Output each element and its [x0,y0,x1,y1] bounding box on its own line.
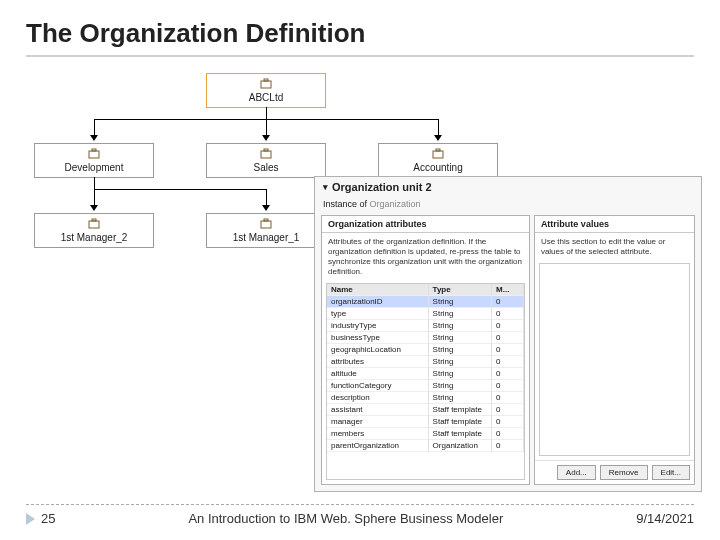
table-cell: assistant [327,404,429,416]
table-cell: 0 [492,320,524,332]
page-number: 25 [41,511,55,526]
org-node-mgr2: 1st Manager_2 [34,213,154,248]
properties-panel: ▾ Organization unit 2 Instance of Organi… [314,176,702,492]
svg-rect-0 [261,81,271,88]
table-cell: 0 [492,308,524,320]
table-row[interactable]: organizationIDString0 [327,296,524,308]
svg-rect-8 [89,221,99,228]
table-cell: String [429,356,493,368]
org-icon [88,218,100,230]
attributes-desc: Attributes of the organization definitio… [322,233,529,281]
org-icon [432,148,444,160]
table-row[interactable]: managerStaff template0 [327,416,524,428]
col-type[interactable]: Type [429,284,493,296]
table-cell: Staff template [429,428,493,440]
table-cell: 0 [492,428,524,440]
org-icon [260,78,272,90]
table-cell: 0 [492,380,524,392]
slide-title: The Organization Definition [26,18,694,57]
values-list[interactable] [539,263,690,456]
org-icon [260,218,272,230]
table-cell: type [327,308,429,320]
org-node-sales: Sales [206,143,326,178]
table-cell: 0 [492,440,524,452]
table-cell: String [429,344,493,356]
svg-rect-4 [261,151,271,158]
table-cell: String [429,368,493,380]
org-node-label: Sales [253,162,278,173]
org-node-label: 1st Manager_2 [61,232,128,243]
svg-rect-3 [92,149,96,151]
table-cell: industryType [327,320,429,332]
table-cell: String [429,380,493,392]
table-cell: 0 [492,344,524,356]
table-row[interactable]: typeString0 [327,308,524,320]
table-row[interactable]: geographicLocationString0 [327,344,524,356]
footer: 25 An Introduction to IBM Web. Sphere Bu… [26,504,694,526]
org-icon [260,148,272,160]
instance-of-label: Instance of [323,199,367,209]
org-icon [88,148,100,160]
table-row[interactable]: functionCategoryString0 [327,380,524,392]
table-cell: geographicLocation [327,344,429,356]
values-card: Attribute values Use this section to edi… [534,215,695,485]
attributes-table[interactable]: Name Type M... organizationIDString0type… [326,283,525,480]
org-node-acct: Accounting [378,143,498,178]
svg-rect-2 [89,151,99,158]
page-marker-icon [26,513,35,525]
attributes-title: Organization attributes [322,216,529,233]
table-cell: attributes [327,356,429,368]
table-row[interactable]: descriptionString0 [327,392,524,404]
table-cell: parentOrganization [327,440,429,452]
table-cell: manager [327,416,429,428]
table-cell: Staff template [429,404,493,416]
add-button[interactable]: Add... [557,465,596,480]
table-cell: 0 [492,332,524,344]
svg-rect-5 [264,149,268,151]
table-cell: String [429,296,493,308]
svg-rect-11 [264,219,268,221]
table-cell: members [327,428,429,440]
col-m[interactable]: M... [492,284,524,296]
svg-rect-9 [92,219,96,221]
table-row[interactable]: altitudeString0 [327,368,524,380]
org-node-label: 1st Manager_1 [233,232,300,243]
table-row[interactable]: attributesString0 [327,356,524,368]
table-cell: 0 [492,404,524,416]
remove-button[interactable]: Remove [600,465,648,480]
svg-rect-10 [261,221,271,228]
table-cell: 0 [492,368,524,380]
svg-rect-7 [436,149,440,151]
table-cell: String [429,320,493,332]
table-row[interactable]: industryTypeString0 [327,320,524,332]
values-desc: Use this section to edit the value or va… [535,233,694,261]
table-cell: 0 [492,416,524,428]
table-cell: String [429,332,493,344]
table-cell: String [429,308,493,320]
svg-rect-1 [264,79,268,81]
org-node-label: Development [65,162,124,173]
collapse-icon[interactable]: ▾ [323,182,328,192]
svg-rect-6 [433,151,443,158]
table-cell: Staff template [429,416,493,428]
table-cell: functionCategory [327,380,429,392]
table-cell: businessType [327,332,429,344]
panel-heading: Organization unit 2 [332,181,432,193]
table-row[interactable]: membersStaff template0 [327,428,524,440]
table-cell: 0 [492,356,524,368]
edit-button[interactable]: Edit... [652,465,690,480]
org-node-label: Accounting [413,162,462,173]
table-row[interactable]: parentOrganizationOrganization0 [327,440,524,452]
table-cell: 0 [492,296,524,308]
footer-center: An Introduction to IBM Web. Sphere Busin… [188,511,503,526]
table-cell: altitude [327,368,429,380]
org-node-root: ABCLtd [206,73,326,108]
org-node-dev: Development [34,143,154,178]
table-row[interactable]: assistantStaff template0 [327,404,524,416]
values-title: Attribute values [535,216,694,233]
table-row[interactable]: businessTypeString0 [327,332,524,344]
table-cell: String [429,392,493,404]
col-name[interactable]: Name [327,284,429,296]
org-node-label: ABCLtd [249,92,283,103]
table-cell: Organization [429,440,493,452]
